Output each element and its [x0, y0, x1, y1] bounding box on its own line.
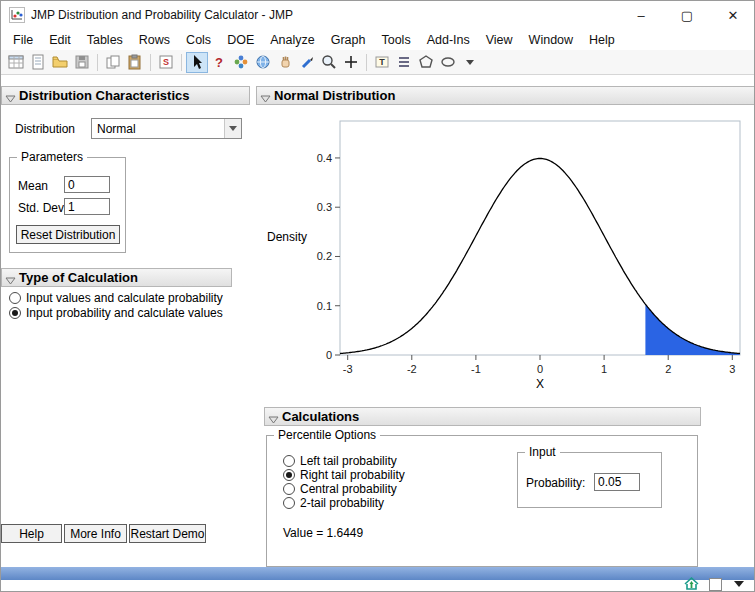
radio-central[interactable] [283, 483, 295, 495]
radio-right-tail[interactable] [283, 469, 295, 481]
two-tail-label[interactable]: 2-tail probability [300, 496, 384, 510]
scroller-tool-icon[interactable] [393, 52, 415, 73]
calc-option-probability[interactable]: Input probability and calculate values [9, 306, 223, 320]
statusbar-dropdown-arrow-icon[interactable] [734, 581, 744, 587]
percentile-option-left-tail[interactable]: Left tail probability [283, 454, 397, 468]
toolbar-divider [366, 54, 367, 71]
paste-icon[interactable] [124, 52, 146, 73]
magnifier-zoom-icon[interactable] [318, 52, 340, 73]
toolbar-divider [150, 54, 151, 71]
script-window-icon[interactable]: S [155, 52, 177, 73]
save-icon[interactable] [71, 52, 93, 73]
radio-input-values[interactable] [9, 292, 21, 304]
grabber-hand-icon[interactable] [274, 52, 296, 73]
result-value-text: Value = 1.6449 [283, 526, 363, 540]
menu-help[interactable]: Help [581, 31, 623, 49]
svg-text:2: 2 [665, 363, 671, 375]
lasso-tool-icon[interactable] [415, 52, 437, 73]
distribution-chart: -3-2-1012300.10.20.30.4X [310, 114, 755, 392]
disclosure-triangle-icon[interactable] [260, 92, 271, 107]
jmp-app-icon [9, 7, 25, 27]
parameters-legend: Parameters [17, 150, 87, 164]
globe-tool-icon[interactable] [252, 52, 274, 73]
copy-icon[interactable] [102, 52, 124, 73]
minimize-button[interactable]: – [618, 1, 664, 29]
left-tail-label[interactable]: Left tail probability [300, 454, 397, 468]
toolbar-overflow-chevron-icon[interactable] [459, 52, 481, 73]
menu-view[interactable]: View [478, 31, 521, 49]
distribution-characteristics-title: Distribution Characteristics [19, 88, 190, 103]
svg-text:-3: -3 [343, 363, 353, 375]
menu-doe[interactable]: DOE [219, 31, 262, 49]
percentile-option-2-tail[interactable]: 2-tail probability [283, 496, 384, 510]
annotate-tool-icon[interactable]: T [371, 52, 393, 73]
menu-cols[interactable]: Cols [178, 31, 219, 49]
open-file-icon[interactable] [49, 52, 71, 73]
distribution-characteristics-header[interactable]: Distribution Characteristics [1, 86, 250, 105]
window-selector-box[interactable] [709, 578, 722, 591]
arrow-tool-icon[interactable] [186, 52, 208, 73]
percentile-option-right-tail[interactable]: Right tail probability [283, 468, 405, 482]
svg-text:0: 0 [326, 349, 332, 361]
type-of-calculation-header[interactable]: Type of Calculation [1, 268, 232, 287]
percentile-option-central[interactable]: Central probability [283, 482, 397, 496]
menu-tools[interactable]: Tools [373, 31, 418, 49]
menu-file[interactable]: File [5, 31, 41, 49]
type-of-calculation-title: Type of Calculation [19, 270, 138, 285]
std-dev-label: Std. Dev. [18, 201, 66, 215]
probability-input[interactable] [594, 473, 640, 491]
chevron-down-icon[interactable] [224, 119, 241, 138]
percentile-options-legend: Percentile Options [274, 428, 380, 442]
calculations-title: Calculations [282, 409, 359, 424]
calc-option-probability-label[interactable]: Input probability and calculate values [26, 306, 223, 320]
menu-window[interactable]: Window [521, 31, 581, 49]
svg-text:X: X [536, 377, 544, 391]
distribution-label: Distribution [15, 122, 75, 136]
status-bar [1, 567, 755, 580]
menu-rows[interactable]: Rows [131, 31, 178, 49]
disclosure-triangle-icon[interactable] [268, 413, 279, 428]
mean-label: Mean [18, 179, 48, 193]
disclosure-triangle-icon[interactable] [5, 92, 16, 107]
radio-left-tail[interactable] [283, 455, 295, 467]
menu-addins[interactable]: Add-Ins [419, 31, 478, 49]
more-info-button[interactable]: More Info [64, 524, 127, 543]
restart-demo-button[interactable]: Restart Demo [129, 524, 206, 543]
selection-tool-icon[interactable] [230, 52, 252, 73]
menu-edit[interactable]: Edit [41, 31, 79, 49]
svg-text:S: S [163, 57, 169, 67]
central-label[interactable]: Central probability [300, 482, 397, 496]
reset-distribution-button[interactable]: Reset Distribution [16, 225, 120, 244]
std-dev-input[interactable] [64, 198, 110, 215]
svg-text:-2: -2 [407, 363, 417, 375]
disclosure-triangle-icon[interactable] [5, 274, 16, 289]
menu-graph[interactable]: Graph [323, 31, 374, 49]
close-button[interactable]: ✕ [710, 1, 755, 29]
help-tool-icon[interactable]: ? [208, 52, 230, 73]
svg-text:?: ? [215, 55, 223, 70]
calc-option-values-label[interactable]: Input values and calculate probability [26, 291, 223, 305]
oval-selection-icon[interactable] [437, 52, 459, 73]
new-journal-icon[interactable] [27, 52, 49, 73]
svg-text:-1: -1 [471, 363, 481, 375]
right-tail-label[interactable]: Right tail probability [300, 468, 405, 482]
home-window-icon[interactable] [683, 576, 700, 592]
new-data-table-icon[interactable] [5, 52, 27, 73]
normal-distribution-title: Normal Distribution [274, 88, 395, 103]
crosshair-tool-icon[interactable] [340, 52, 362, 73]
menu-analyze[interactable]: Analyze [262, 31, 322, 49]
maximize-button[interactable]: ▢ [664, 1, 710, 29]
calc-option-values[interactable]: Input values and calculate probability [9, 291, 223, 305]
normal-distribution-header[interactable]: Normal Distribution [256, 86, 755, 105]
radio-2-tail[interactable] [283, 497, 295, 509]
svg-text:0: 0 [537, 363, 543, 375]
input-legend: Input [525, 445, 560, 459]
calculations-header[interactable]: Calculations [264, 407, 701, 426]
window-title: JMP Distribution and Probability Calcula… [31, 8, 293, 22]
mean-input[interactable] [64, 176, 110, 193]
brush-tool-icon[interactable] [296, 52, 318, 73]
help-button[interactable]: Help [1, 524, 62, 543]
radio-input-probability[interactable] [9, 307, 21, 319]
distribution-dropdown[interactable]: Normal [91, 118, 242, 139]
menu-tables[interactable]: Tables [79, 31, 131, 49]
